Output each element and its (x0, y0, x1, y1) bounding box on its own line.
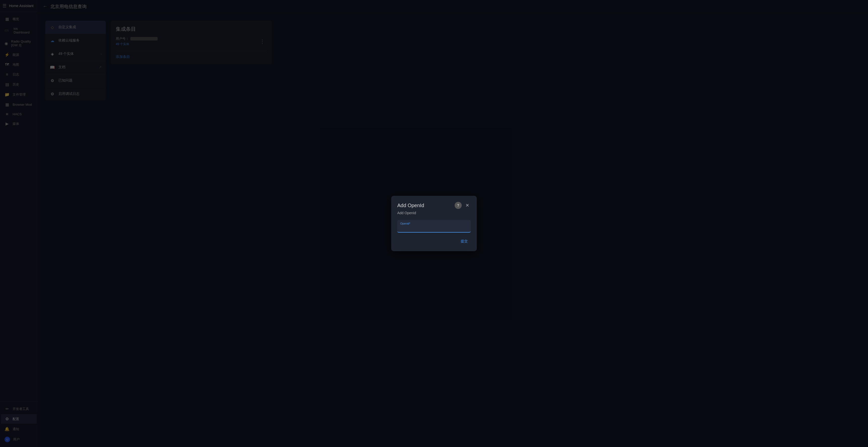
modal-overlay[interactable]: Add OpenId ? ✕ Add OpenId Openid* 提交 (0, 0, 868, 447)
modal-footer: 提交 (397, 237, 471, 245)
add-openid-modal: Add OpenId ? ✕ Add OpenId Openid* 提交 (391, 196, 477, 251)
modal-help-button[interactable]: ? (455, 202, 462, 209)
openid-field-container: Openid* (397, 220, 471, 232)
modal-title: Add OpenId (397, 202, 424, 209)
modal-header: Add OpenId ? ✕ (397, 202, 471, 209)
openid-field-label: Openid* (400, 222, 468, 225)
modal-close-button[interactable]: ✕ (464, 202, 471, 209)
submit-button[interactable]: 提交 (458, 237, 471, 245)
modal-subtitle: Add OpenId (397, 211, 471, 215)
modal-action-buttons: ? ✕ (455, 202, 471, 209)
openid-input[interactable] (400, 226, 468, 230)
